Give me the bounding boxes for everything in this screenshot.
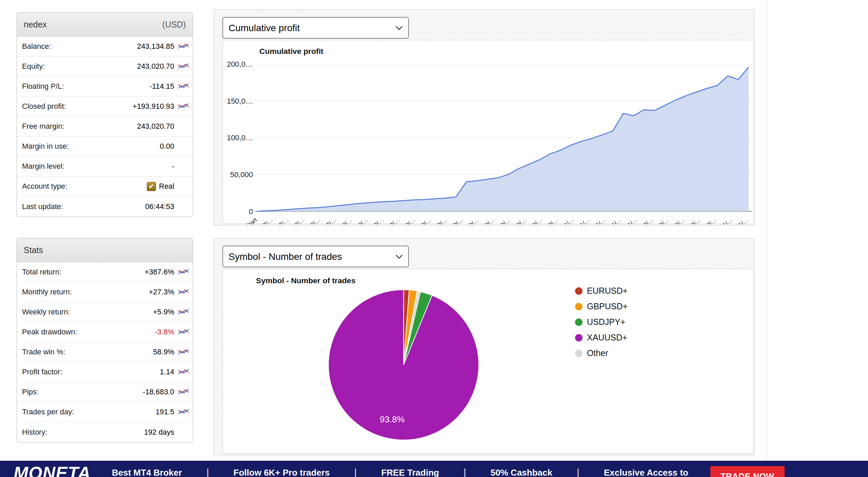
- svg-text:9/…: 9/…: [420, 216, 433, 224]
- svg-text:Start: Start: [245, 216, 258, 224]
- table-row: Trades per day:191.5: [17, 402, 193, 422]
- row-label: Trade win %:: [22, 348, 65, 356]
- banner-nav-item[interactable]: Best MT4 Broker: [112, 468, 182, 477]
- svg-text:10/…: 10/…: [481, 216, 496, 224]
- brand-logo: MONETA: [14, 463, 91, 477]
- row-value: -: [64, 162, 174, 171]
- svg-text:1/…: 1/…: [722, 216, 734, 224]
- row-label: Peak drawdown:: [22, 328, 77, 336]
- sparkline-icon[interactable]: [178, 288, 189, 296]
- nav-separator: |: [577, 467, 579, 477]
- row-label: History:: [22, 428, 47, 437]
- svg-text:7/…: 7/…: [294, 216, 306, 224]
- sparkline-icon[interactable]: [178, 328, 189, 336]
- banner-nav-item[interactable]: Exclusive Access to: [604, 468, 688, 477]
- sparkline-icon[interactable]: [178, 268, 189, 276]
- sparkline-icon[interactable]: [178, 408, 189, 416]
- row-value: 243,020.70: [64, 122, 174, 131]
- row-label: Profit factor:: [22, 368, 62, 376]
- profit-chart-box: 200,0…150,0…100,0…50,0000Start7/…7/…7/…7…: [222, 40, 754, 224]
- account-panel: nedex (USD) Balance:243,134.85Equity:243…: [17, 12, 193, 217]
- svg-text:150,0…: 150,0…: [227, 97, 253, 105]
- svg-text:9/…: 9/…: [452, 216, 464, 224]
- sparkline-icon[interactable]: [178, 83, 189, 90]
- pie-legend: EURUSD+GBPUSD+USDJPY+XAUUSD+Other: [575, 286, 628, 364]
- legend-item: Other: [575, 348, 628, 358]
- trade-now-button[interactable]: TRADE NOW: [710, 466, 785, 477]
- sparkline-icon[interactable]: [178, 43, 189, 50]
- table-row: History:192 days: [17, 422, 193, 442]
- account-name: nedex: [24, 20, 47, 29]
- row-label: Margin level:: [22, 162, 64, 171]
- legend-label: XAUUSD+: [587, 333, 627, 343]
- legend-dot-icon: [575, 318, 583, 326]
- svg-text:50,000: 50,000: [230, 170, 253, 179]
- svg-text:8/…: 8/…: [389, 216, 401, 224]
- row-value: 58.9%: [65, 348, 174, 356]
- row-icon-cell: [174, 388, 193, 396]
- svg-text:Symbol - Number of trades: Symbol - Number of trades: [256, 276, 356, 285]
- symbol-chart-select[interactable]: Symbol - Number of trades: [222, 246, 409, 267]
- banner-nav-item[interactable]: FREE Trading: [381, 468, 439, 477]
- banner-nav-item[interactable]: 50% Cashback: [491, 468, 552, 477]
- table-row: Balance:243,134.85: [17, 37, 193, 57]
- row-icon-cell: [174, 348, 193, 356]
- sparkline-icon[interactable]: [178, 368, 189, 376]
- profit-chart-select[interactable]: Cumulative profit: [222, 17, 409, 39]
- svg-text:11/…: 11/…: [624, 216, 638, 224]
- nav-separator: |: [354, 467, 357, 477]
- row-icon-cell: [174, 308, 193, 316]
- svg-text:93.8%: 93.8%: [380, 414, 405, 424]
- svg-text:12/…: 12/…: [703, 216, 718, 224]
- symbol-chart-box: 93.8%Symbol - Number of trades EURUSD+GB…: [222, 269, 754, 454]
- row-value: 243,134.85: [51, 42, 174, 51]
- table-row: Last update:06:44:53: [17, 196, 193, 216]
- legend-label: Other: [587, 348, 608, 358]
- left-column: nedex (USD) Balance:243,134.85Equity:243…: [17, 12, 193, 442]
- row-value: 243,020.70: [45, 62, 174, 71]
- svg-text:0: 0: [249, 207, 253, 216]
- svg-text:7/…: 7/…: [262, 216, 274, 224]
- row-icon-cell: [174, 328, 193, 336]
- sparkline-icon[interactable]: [178, 348, 189, 356]
- table-row: Profit factor:1.14: [17, 362, 193, 382]
- row-icon-cell: [174, 63, 193, 70]
- cumulative-profit-chart: 200,0…150,0…100,0…50,0000Start7/…7/…7/…7…: [223, 40, 754, 224]
- svg-text:12/…: 12/…: [687, 216, 702, 224]
- row-value: ✔Real: [67, 182, 174, 191]
- row-value: -3.8%: [77, 328, 174, 336]
- svg-text:7/…: 7/…: [325, 216, 337, 224]
- nav-separator: |: [463, 467, 466, 477]
- page: nedex (USD) Balance:243,134.85Equity:243…: [0, 0, 868, 477]
- sparkline-icon[interactable]: [178, 103, 189, 110]
- svg-text:10/…: 10/…: [497, 216, 512, 224]
- table-row: Closed profit:+193,910.93: [17, 97, 193, 117]
- table-row: Margin in use:0.00: [17, 137, 193, 157]
- row-value: -18,683.0: [39, 388, 174, 396]
- row-label: Closed profit:: [22, 102, 66, 111]
- sparkline-icon[interactable]: [178, 388, 189, 396]
- svg-text:11/…: 11/…: [577, 216, 591, 224]
- svg-text:100,0…: 100,0…: [227, 133, 253, 142]
- svg-text:8/…: 8/…: [357, 216, 369, 224]
- banner-nav-item[interactable]: Follow 6K+ Pro traders: [234, 468, 330, 477]
- stats-panel: Stats Total return:+387.6%Monthly return…: [17, 238, 193, 442]
- sparkline-icon[interactable]: [178, 63, 189, 70]
- svg-text:7/…: 7/…: [278, 216, 290, 224]
- row-label: Total return:: [22, 268, 61, 276]
- svg-text:12/…: 12/…: [671, 216, 686, 224]
- stats-title: Stats: [24, 245, 43, 255]
- svg-text:10/…: 10/…: [545, 216, 559, 224]
- account-panel-header: nedex (USD): [17, 13, 193, 37]
- row-label: Weekly return:: [22, 308, 70, 316]
- row-value: 1.14: [62, 368, 174, 376]
- sparkline-icon[interactable]: [178, 308, 189, 316]
- svg-text:7/…: 7/…: [309, 216, 321, 224]
- row-label: Trades per day:: [22, 408, 74, 416]
- row-label: Balance:: [22, 42, 51, 51]
- row-value: +193,910.93: [66, 102, 174, 111]
- row-icon-cell: [174, 368, 193, 376]
- row-icon-cell: [174, 43, 193, 50]
- row-value: +387.6%: [61, 268, 174, 276]
- svg-text:11/…: 11/…: [593, 216, 607, 224]
